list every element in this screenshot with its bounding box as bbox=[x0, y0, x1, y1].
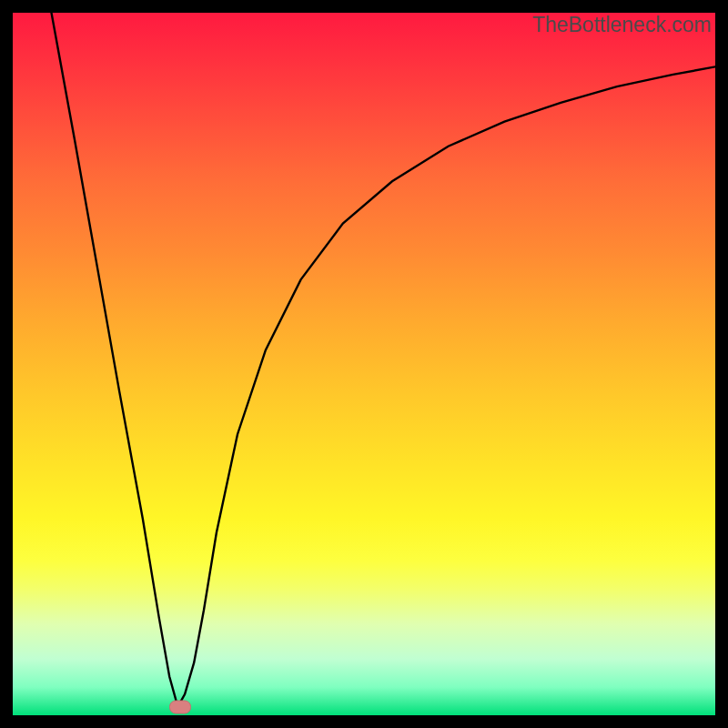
bottleneck-curve bbox=[13, 13, 715, 715]
sweet-spot-marker bbox=[169, 700, 191, 713]
chart-frame: TheBottleneck.com bbox=[0, 0, 728, 728]
watermark-text: TheBottleneck.com bbox=[532, 13, 712, 37]
plot-area bbox=[13, 13, 715, 715]
curve-path bbox=[52, 13, 716, 707]
